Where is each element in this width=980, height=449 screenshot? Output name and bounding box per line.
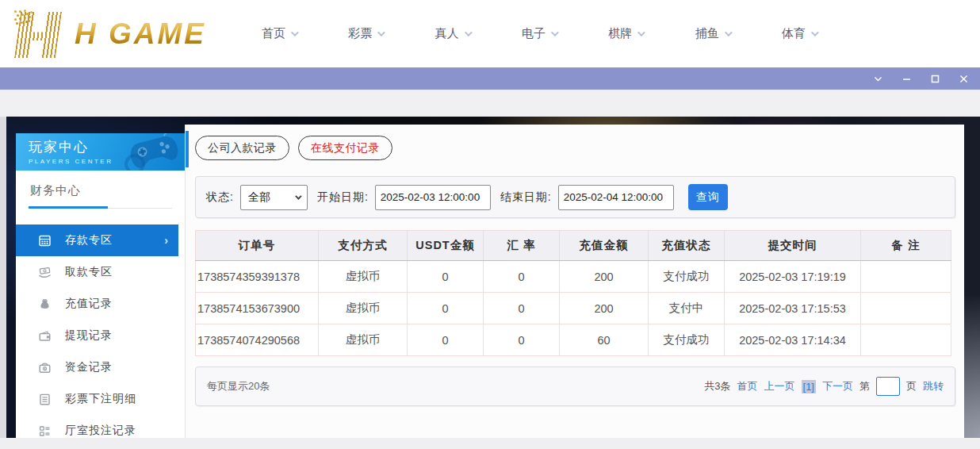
sidebar-item-label: 彩票下注明细 [65,392,136,406]
funds-record-icon [38,361,52,374]
logo-sparkle-dots-icon [14,10,17,13]
jump-prefix-text: 第 [859,379,870,393]
jump-button[interactable]: 跳转 [923,379,944,393]
nav-item-label: 体育 [782,26,806,41]
table-cell: 1738574359391378 [196,261,319,293]
page-jump-input[interactable] [876,377,900,396]
chevron-down-icon [291,29,299,36]
table-cell [861,261,951,293]
status-select-value: 全部 [248,190,270,205]
chevron-down-icon [811,29,819,36]
brand-logo[interactable]: H GAME [13,6,206,62]
nav-item-4[interactable]: 棋牌 [608,26,643,41]
column-header-2: USDT金额 [408,231,484,261]
tab-accent-bar [186,131,189,167]
table-cell: 2025-02-03 17:14:34 [725,324,861,356]
table-cell: 2025-02-03 17:15:53 [725,293,861,324]
sidebar-section-title: 财务中心 [16,171,185,198]
table-cell: 2025-02-03 17:19:19 [725,261,861,293]
first-page-link[interactable]: 首页 [737,379,758,393]
sidebar-menu: 存款专区›取款专区›充值记录›提现记录›资金记录›彩票下注明细›厅室投注记录› [16,224,185,447]
tab-1[interactable]: 在线支付记录 [298,136,392,160]
table-cell: 虚拟币 [319,261,408,293]
sidebar-item-label: 存款专区 [65,233,113,248]
minimize-icon[interactable] [901,73,912,84]
column-header-3: 汇 率 [484,231,560,261]
table-cell: 虚拟币 [319,324,408,356]
table-cell: 200 [560,261,649,293]
chevron-down-icon [465,29,473,36]
sub-header-strip [0,90,980,117]
chevron-down-icon [551,29,559,36]
pagination-bar: 每页显示20条 共3条 首页 上一页 [1] 下一页 第 页 跳转 [195,366,955,406]
maximize-icon[interactable] [929,73,940,84]
table-cell: 1738574074290568 [196,324,319,356]
nav-item-label: 捕鱼 [695,26,719,41]
nav-item-label: 棋牌 [608,26,632,41]
table-cell: 0 [408,293,484,324]
nav-item-3[interactable]: 电子 [522,26,557,41]
table-cell: 0 [484,293,560,324]
sidebar-section-divider [29,206,172,209]
nav-item-2[interactable]: 真人 [435,26,470,41]
nav-item-1[interactable]: 彩票 [348,26,383,41]
window-titlebar [0,67,980,90]
top-header: H GAME 首页彩票真人电子棋牌捕鱼体育 [0,0,980,67]
table-cell: 0 [408,324,484,356]
query-button[interactable]: 查询 [688,184,728,210]
payment-records-table: 订单号支付方式USDT金额汇 率充值金额充值状态提交时间备 注 17385743… [195,230,951,356]
table-row: 1738574074290568虚拟币0060支付成功2025-02-03 17… [196,324,951,356]
jump-suffix-text: 页 [906,379,917,393]
hall-bet-icon [38,424,52,438]
table-cell [861,293,951,324]
nav-item-5[interactable]: 捕鱼 [695,26,730,41]
recharge-record-icon [38,297,52,311]
prev-page-link[interactable]: 上一页 [764,379,795,393]
next-page-link[interactable]: 下一页 [822,379,853,393]
logo-h-monogram-icon [13,9,63,59]
sidebar-header: 玩家中心 PLAYERS CENTER [16,133,185,171]
start-date-input[interactable] [375,185,491,210]
table-cell: 支付成功 [649,324,725,356]
lottery-detail-icon [38,393,52,406]
table-header-row: 订单号支付方式USDT金额汇 率充值金额充值状态提交时间备 注 [196,231,951,261]
sidebar-item-2[interactable]: 充值记录› [16,288,185,320]
sidebar-item-6[interactable]: 厅室投注记录› [16,415,185,447]
status-select[interactable]: 全部 [240,185,308,210]
sidebar-item-5[interactable]: 彩票下注明细› [16,383,185,415]
logo-text: H GAME [75,17,206,51]
chevron-down-icon [637,29,645,36]
table-row: 1738574153673900虚拟币00200支付中2025-02-03 17… [196,293,951,324]
tab-0[interactable]: 公司入款记录 [195,136,289,160]
page: H GAME 首页彩票真人电子棋牌捕鱼体育 玩家中心 PLAYERS CENTE… [0,0,980,449]
nav-item-label: 电子 [522,26,546,41]
status-label: 状态: [206,190,234,205]
withdraw-icon [38,266,52,279]
table-cell: 200 [560,293,649,324]
column-header-0: 订单号 [196,231,319,261]
left-edge-strip [0,117,6,449]
player-center-sidebar: 玩家中心 PLAYERS CENTER 财务中心 存款专区›取款专区›充值记录›… [16,133,185,438]
page-size-text: 每页显示20条 [207,379,270,393]
sidebar-item-1[interactable]: 取款专区› [16,256,185,288]
column-header-4: 充值金额 [560,231,649,261]
sidebar-item-4[interactable]: 资金记录› [16,351,185,383]
end-date-label: 结束日期: [500,190,552,205]
close-icon[interactable] [958,73,969,84]
chevron-down-icon [377,29,385,36]
nav-item-6[interactable]: 体育 [782,26,817,41]
end-date-input[interactable] [558,185,674,210]
column-header-7: 备 注 [861,231,951,261]
chevron-down-icon[interactable] [872,73,883,84]
column-header-5: 充值状态 [649,231,725,261]
nav-item-0[interactable]: 首页 [262,26,297,41]
sidebar-item-3[interactable]: 提现记录› [16,320,185,351]
nav-item-label: 真人 [435,26,459,41]
withdrawal-record-icon [38,329,52,343]
deposit-icon [38,234,52,248]
table-cell [861,324,951,356]
table-row: 1738574359391378虚拟币00200支付成功2025-02-03 1… [196,261,951,293]
sidebar-item-0[interactable]: 存款专区› [16,224,178,256]
pager-controls: 共3条 首页 上一页 [1] 下一页 第 页 跳转 [704,377,944,396]
table-cell: 支付中 [649,293,725,324]
